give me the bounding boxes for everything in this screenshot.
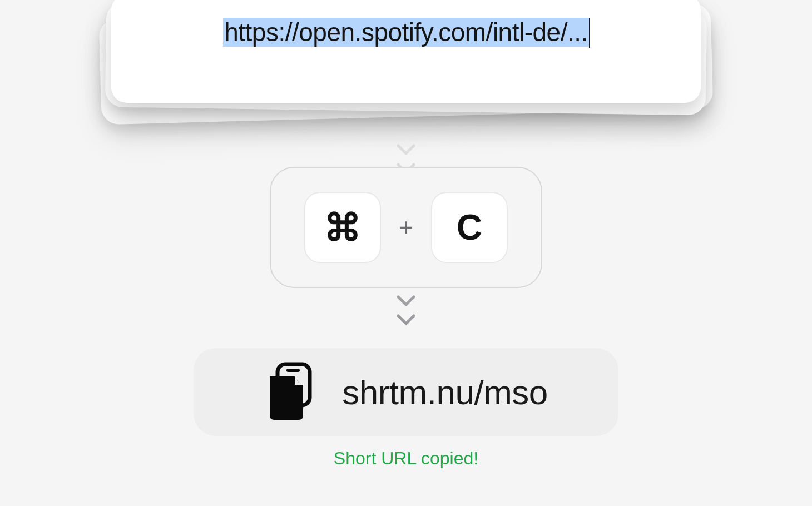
- c-key-label: C: [457, 207, 482, 248]
- keyboard-shortcut-hint: ⌘ + C: [270, 167, 542, 288]
- short-url-text: shrtm.nu/mso: [342, 373, 548, 412]
- text-caret: [589, 18, 590, 48]
- chevron-down-icon: [395, 314, 417, 327]
- plus-separator: +: [399, 214, 413, 241]
- url-input-card-stack: https://open.spotify.com/intl-de/...: [111, 0, 701, 122]
- chevron-down-icon: [395, 295, 417, 308]
- chevron-down-icon: [395, 143, 417, 157]
- url-input-value[interactable]: https://open.spotify.com/intl-de/...: [223, 18, 589, 47]
- url-input-card[interactable]: https://open.spotify.com/intl-de/...: [111, 0, 701, 103]
- status-message: Short URL copied!: [334, 448, 478, 469]
- svg-rect-1: [286, 369, 300, 372]
- command-key: ⌘: [304, 192, 381, 263]
- c-key: C: [431, 192, 508, 263]
- short-url-result[interactable]: shrtm.nu/mso: [194, 348, 618, 436]
- url-input[interactable]: https://open.spotify.com/intl-de/...: [223, 17, 589, 49]
- command-icon: ⌘: [324, 206, 362, 250]
- clipboard-icon: [264, 362, 315, 422]
